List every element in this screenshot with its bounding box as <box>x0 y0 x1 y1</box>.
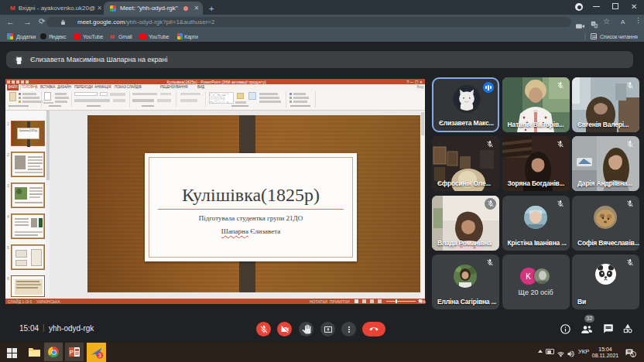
svg-text:P: P <box>70 349 74 356</box>
svg-text:3: 3 <box>98 353 101 358</box>
